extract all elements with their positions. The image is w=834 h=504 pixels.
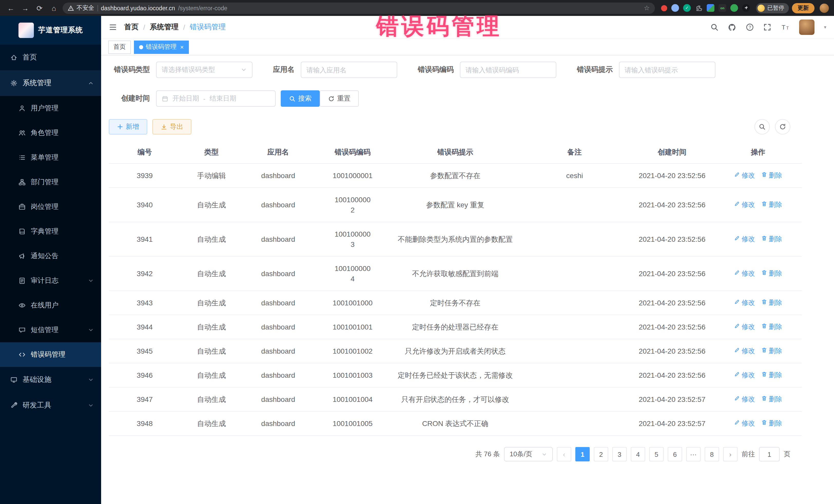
page-button-4[interactable]: 4 [631, 447, 645, 461]
sidebar-item-sms[interactable]: 短信管理 [0, 318, 101, 342]
add-button[interactable]: 新增 [109, 119, 147, 134]
recording-dot-icon[interactable] [661, 5, 667, 11]
teal-check-extension-icon[interactable]: ✓ [683, 4, 691, 12]
column-header: 创建时间 [630, 141, 715, 163]
dict-icon [19, 228, 26, 235]
font-size-icon[interactable]: TT [781, 23, 790, 31]
message-input[interactable] [624, 66, 710, 74]
sidebar-item-notice[interactable]: 通知公告 [0, 244, 101, 268]
extensions-puzzle-icon[interactable] [695, 4, 703, 12]
delete-link[interactable]: 删除 [761, 370, 782, 380]
breadcrumb-system[interactable]: 系统管理 [150, 23, 179, 32]
delete-link[interactable]: 删除 [761, 234, 782, 244]
extension-icons: ✓ on [661, 4, 750, 12]
sidebar-item-system[interactable]: 系统管理 [0, 70, 101, 96]
sidebar-item-infra[interactable]: 基础设施 [0, 367, 101, 393]
app-input[interactable] [306, 66, 392, 74]
tab-error-code[interactable]: 错误码管理 × [134, 40, 189, 53]
delete-link[interactable]: 删除 [761, 322, 782, 332]
on-badge-extension-icon[interactable]: on [719, 4, 726, 12]
refresh-table-button[interactable] [775, 119, 790, 134]
edit-link[interactable]: 修改 [734, 394, 755, 404]
close-tab-icon[interactable]: × [180, 44, 184, 50]
page-button-1[interactable]: 1 [575, 447, 590, 461]
next-page-button[interactable]: › [723, 447, 738, 461]
delete-link[interactable]: 删除 [761, 170, 782, 181]
page-button-2[interactable]: 2 [594, 447, 608, 461]
bookmark-star-icon[interactable]: ☆ [644, 4, 650, 12]
submenu-system: 用户管理角色管理菜单管理部门管理岗位管理字典管理通知公告审计日志在线用户短信管理… [0, 96, 101, 367]
prev-page-button[interactable]: ‹ [557, 447, 571, 461]
breadcrumb-home[interactable]: 首页 [124, 23, 138, 32]
github-icon[interactable] [728, 23, 737, 31]
hamburger-icon[interactable] [109, 23, 117, 31]
green-extension-icon[interactable] [730, 4, 738, 12]
delete-link[interactable]: 删除 [761, 346, 782, 356]
edit-link[interactable]: 修改 [734, 370, 755, 380]
cell-app: dashboard [242, 164, 314, 187]
code-input[interactable] [465, 66, 551, 74]
page-size-select[interactable]: 10条/页 [504, 447, 553, 461]
fullscreen-icon[interactable] [764, 23, 772, 31]
goto-page-input[interactable] [759, 447, 780, 461]
delete-link[interactable]: 删除 [761, 298, 782, 308]
edit-link[interactable]: 修改 [734, 418, 755, 429]
sidebar-item-home[interactable]: 首页 [0, 45, 101, 70]
sidebar-item-role[interactable]: 角色管理 [0, 120, 101, 145]
page-button-5[interactable]: 5 [649, 447, 664, 461]
show-search-button[interactable] [754, 119, 770, 134]
tab-home[interactable]: 首页 [108, 40, 131, 53]
user-avatar[interactable] [799, 20, 815, 35]
page-button-6[interactable]: 6 [668, 447, 682, 461]
browser-avatar[interactable] [820, 3, 829, 13]
edit-link[interactable]: 修改 [734, 298, 755, 308]
edit-link[interactable]: 修改 [734, 322, 755, 332]
sidebar-item-errorcode[interactable]: 错误码管理 [0, 342, 101, 367]
sidebar-item-menu[interactable]: 菜单管理 [0, 145, 101, 170]
home-icon[interactable]: ⌂ [48, 2, 60, 14]
delete-link[interactable]: 删除 [761, 394, 782, 404]
grid-extension-icon[interactable] [707, 4, 715, 12]
date-range-picker[interactable]: 开始日期 - 结束日期 [156, 90, 276, 107]
edit-link[interactable]: 修改 [734, 268, 755, 279]
cell-code: 1001000001 [314, 164, 391, 187]
browser-update-button[interactable]: 更新 [792, 3, 814, 13]
page-button-3[interactable]: 3 [612, 447, 627, 461]
post-icon [19, 203, 26, 211]
sidebar-item-post[interactable]: 岗位管理 [0, 195, 101, 219]
address-bar[interactable]: 不安全 dashboard.yudao.iocoder.cn/system/er… [63, 2, 655, 14]
blue-extension-icon[interactable] [671, 4, 679, 12]
pin-extension-icon[interactable] [742, 4, 750, 12]
page-ellipsis[interactable]: ··· [686, 447, 701, 461]
type-select[interactable]: 请选择错误码类型 [156, 62, 253, 78]
sidebar-item-dict[interactable]: 字典管理 [0, 219, 101, 244]
app-title: 芋道管理系统 [38, 26, 83, 35]
security-warning[interactable]: 不安全 [68, 4, 94, 12]
reload-icon[interactable]: ⟳ [34, 2, 45, 14]
sidebar-item-online[interactable]: 在线用户 [0, 293, 101, 318]
sidebar-item-user[interactable]: 用户管理 [0, 96, 101, 120]
export-button[interactable]: 导出 [152, 119, 192, 134]
paused-badge[interactable]: 已暂停 [756, 3, 789, 13]
search-button[interactable]: 搜索 [281, 90, 320, 107]
page-button-8[interactable]: 8 [705, 447, 719, 461]
delete-link[interactable]: 删除 [761, 268, 782, 279]
reset-button[interactable]: 重置 [320, 90, 359, 107]
help-icon[interactable]: ? [746, 23, 754, 31]
delete-link[interactable]: 删除 [761, 200, 782, 210]
back-icon[interactable]: ← [5, 2, 17, 14]
search-icon[interactable] [710, 23, 719, 31]
forward-icon[interactable]: → [20, 2, 31, 14]
avatar-caret-icon[interactable]: ▾ [824, 25, 826, 30]
edit-link[interactable]: 修改 [734, 346, 755, 356]
delete-link[interactable]: 删除 [761, 418, 782, 429]
sidebar-item-dept[interactable]: 部门管理 [0, 170, 101, 195]
sidebar-item-audit[interactable]: 审计日志 [0, 268, 101, 293]
edit-link[interactable]: 修改 [734, 200, 755, 210]
edit-link[interactable]: 修改 [734, 234, 755, 244]
cell-memo [520, 339, 630, 363]
sidebar-item-tools[interactable]: 研发工具 [0, 393, 101, 418]
sidebar-logo-row[interactable]: 芋道管理系统 [0, 16, 101, 45]
goto-prefix: 前往 [742, 450, 755, 459]
edit-link[interactable]: 修改 [734, 170, 755, 181]
